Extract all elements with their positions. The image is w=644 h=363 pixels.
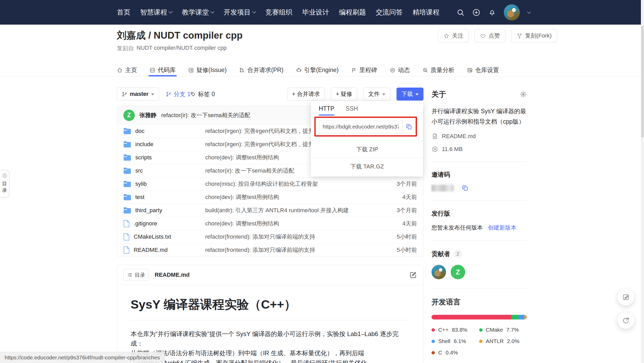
tab-home[interactable]: 主页: [117, 64, 137, 76]
nav-item-teaching[interactable]: 教学课堂: [182, 8, 214, 17]
folder-icon: [123, 194, 131, 201]
toolbar-buttons: + 合并请求 + 疑修 文件 下载: [287, 88, 423, 101]
nav-item-qa[interactable]: 交流问答: [376, 8, 403, 17]
toc-side-tab[interactable]: 目录: [0, 170, 9, 197]
language-bar-segment: [511, 315, 519, 319]
readme-link[interactable]: README.md: [431, 133, 527, 140]
watch-button[interactable]: 关注: [438, 29, 469, 42]
chevron-down-icon: [169, 10, 173, 14]
file-menu-button[interactable]: 文件: [363, 88, 390, 101]
file-icon: [123, 220, 130, 227]
fork-icon: [516, 33, 522, 39]
gear-icon[interactable]: [520, 91, 527, 98]
new-issue-button[interactable]: + 疑修: [331, 88, 357, 101]
share-fab-button[interactable]: [618, 312, 634, 329]
nav-item-graduation[interactable]: 毕业设计: [302, 8, 329, 17]
legend-item: ANTLR2.0%: [479, 338, 527, 344]
language-legend: C++83.8% CMake7.7% Shell6.1% ANTLR2.0% C…: [431, 327, 527, 356]
scrollbar-track[interactable]: [641, 0, 644, 363]
tab-milestones[interactable]: 里程碑: [351, 64, 377, 76]
commit-message[interactable]: refactor(ir): 改一下sema相关的适配: [161, 111, 250, 119]
tags-link[interactable]: 标签 0: [190, 90, 215, 98]
right-sidebar: 关于 并行编译课程实验 SysY 编译器的最小可运行示例和指导文档（cpp版） …: [431, 89, 527, 356]
plus-circle-icon[interactable]: [472, 8, 480, 17]
tab-quality-analysis[interactable]: 质量分析: [422, 64, 455, 76]
language-bar-segment: [431, 315, 511, 319]
tab-code[interactable]: 代码库: [150, 64, 176, 76]
chevron-down-icon: [415, 94, 419, 95]
tab-activity[interactable]: 动态: [390, 64, 410, 76]
chevron-down-icon: [210, 10, 215, 14]
toc-list-icon: [127, 272, 132, 277]
top-navbar: 首页 智慧课程 教学课堂 开发项目 竞赛组织 毕业设计 编程刷题 交流问答 精培…: [0, 0, 644, 25]
commit-author[interactable]: 张雅静: [139, 111, 157, 119]
file-icon: [123, 233, 130, 241]
folder-icon: [123, 181, 131, 187]
activity-icon: [390, 67, 395, 73]
contributor-avatar[interactable]: Z: [451, 265, 465, 279]
branch-icon: [166, 91, 171, 97]
code-icon: [150, 67, 155, 73]
nav-item-coding-practice[interactable]: 编程刷题: [339, 8, 366, 17]
nav-item-smart-courses[interactable]: 智慧课程: [140, 8, 172, 17]
branch-selector[interactable]: master: [117, 88, 159, 101]
invite-code-title: 邀请码: [431, 170, 527, 179]
fork-button[interactable]: 复刻(Fork): [511, 29, 557, 42]
create-release-link[interactable]: 创建新版本: [488, 224, 516, 232]
nav-item-competitions[interactable]: 竞赛组织: [265, 8, 292, 17]
contributor-avatar[interactable]: [431, 265, 446, 279]
user-avatar[interactable]: [504, 4, 520, 20]
legend-dot: [431, 340, 435, 343]
commit-author-avatar[interactable]: Z: [123, 110, 135, 121]
forked-from: 复刻自 NUDT compiler/NUDT compiler cpp: [117, 45, 227, 52]
table-row[interactable]: README.md refactor(frontend): 添加对只编译前端的支…: [117, 243, 423, 257]
branches-link[interactable]: 分支 1: [166, 90, 190, 98]
nav-item-training[interactable]: 精培课程: [413, 8, 440, 17]
tab-engine[interactable]: 引擎(Engine): [296, 64, 339, 76]
new-pr-button[interactable]: + 合并请求: [287, 88, 325, 101]
invite-code-row: [431, 184, 527, 191]
star-button[interactable]: 点赞: [475, 29, 505, 42]
feedback-fab-button[interactable]: [618, 289, 634, 305]
divider: [431, 161, 527, 162]
tab-ssh[interactable]: SSH: [346, 105, 358, 116]
download-targz-item[interactable]: 下载 TAR.GZ: [311, 158, 423, 175]
readme-header: 目录 README.md: [117, 265, 423, 285]
issue-icon: [188, 67, 194, 73]
clone-url-input[interactable]: [319, 120, 402, 133]
chevron-down-icon[interactable]: [527, 10, 531, 13]
copy-icon[interactable]: [402, 120, 415, 133]
nav-item-home[interactable]: 首页: [117, 8, 130, 17]
download-zip-item[interactable]: 下载 ZIP: [311, 141, 423, 158]
nav-item-dev-projects[interactable]: 开发项目: [224, 8, 256, 17]
star-icon: [443, 33, 449, 39]
home-icon: [117, 67, 123, 73]
about-title: 关于: [431, 89, 446, 99]
copy-icon[interactable]: [462, 184, 469, 191]
forked-from-source[interactable]: NUDT compiler/NUDT compiler cpp: [137, 45, 227, 52]
table-row[interactable]: third_party build(antlr): 引入第三方 ANTLR4 r…: [117, 204, 423, 217]
tab-issues[interactable]: 疑修(Issue): [188, 64, 227, 76]
download-button[interactable]: 下载: [397, 88, 423, 101]
legend-dot: [431, 328, 435, 332]
table-row[interactable]: sylib chore(misc): 按目录结构设计初始化工程骨架3个月前: [117, 177, 423, 190]
scrollbar-thumb[interactable]: [641, 26, 644, 137]
table-row[interactable]: CMakeLists.txt refactor(frontend): 添加对只编…: [117, 230, 423, 243]
folder-icon: [123, 128, 131, 134]
bell-icon[interactable]: [488, 9, 496, 16]
milestone-icon: [351, 67, 357, 73]
table-row[interactable]: test chore(dev): 调整test用例结构4天前: [117, 190, 423, 204]
tab-repo-settings[interactable]: 仓库设置: [467, 64, 499, 76]
toc-button[interactable]: 目录: [123, 269, 149, 281]
table-row[interactable]: .gitignore chore(dev): 调整test用例结构4天前: [117, 217, 423, 230]
edit-icon[interactable]: [409, 271, 417, 279]
search-icon[interactable]: [457, 9, 464, 16]
releases-empty-text: 您暂未发布任何版本: [431, 224, 483, 232]
legend-item: C0.4%: [431, 350, 479, 356]
tab-pull-requests[interactable]: 合并请求(PR): [239, 64, 283, 76]
document-icon: [431, 133, 438, 140]
readme-filename: README.md: [155, 272, 189, 278]
status-bar: https://code.educoder.net/p9s376i4f/nudt…: [0, 352, 165, 363]
tab-http[interactable]: HTTP: [319, 105, 334, 116]
languages-title: 开发语言: [431, 297, 527, 307]
